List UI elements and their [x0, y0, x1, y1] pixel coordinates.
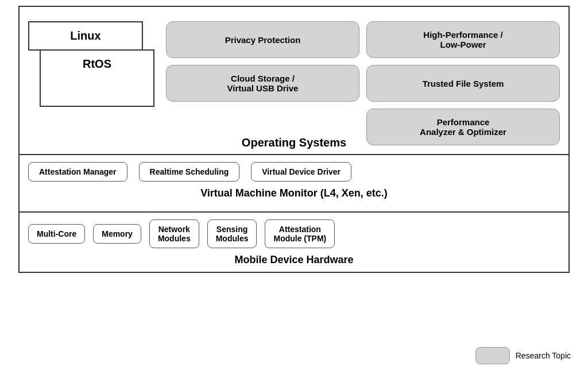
vmm-layer-label: Virtual Machine Monitor (L4, Xen, etc.) [28, 187, 560, 199]
privacy-protection-box: Privacy Protection [166, 21, 359, 58]
attestation-manager-box: Attestation Manager [28, 162, 127, 182]
hw-layer: Multi-Core Memory NetworkModules Sensing… [18, 213, 570, 273]
os-boxes: Linux RtOS [28, 21, 154, 107]
sensing-modules-box: SensingModules [207, 219, 257, 248]
rtos-box: RtOS [40, 49, 154, 107]
realtime-scheduling-box: Realtime Scheduling [139, 162, 240, 182]
rtos-label: RtOS [83, 57, 111, 70]
network-modules-box: NetworkModules [149, 219, 199, 248]
attestation-tpm-box: AttestationModule (TPM) [265, 219, 335, 248]
os-layer-label: Operating Systems [242, 136, 346, 149]
virtual-device-driver-box: Virtual Device Driver [251, 162, 351, 182]
linux-label: Linux [70, 29, 100, 42]
legend: Research Topic [475, 347, 571, 364]
high-perf-box: High-Performance /Low-Power [366, 21, 560, 58]
hw-modules-row: Multi-Core Memory NetworkModules Sensing… [28, 219, 560, 248]
vmm-modules-row: Attestation Manager Realtime Scheduling … [28, 162, 560, 182]
os-modules-grid: Privacy Protection High-Performance /Low… [166, 21, 560, 145]
legend-box [475, 347, 510, 364]
multi-core-box: Multi-Core [28, 224, 85, 244]
os-layer: Linux RtOS Privacy Protection High-Perfo… [18, 6, 570, 155]
hw-layer-label: Mobile Device Hardware [28, 254, 560, 266]
perf-analyzer-box: PerformanceAnalyzer & Optimizer [366, 109, 560, 145]
linux-box: Linux [28, 21, 143, 51]
cloud-storage-box: Cloud Storage /Virtual USB Drive [166, 65, 359, 102]
main-container: Linux RtOS Privacy Protection High-Perfo… [18, 6, 570, 273]
legend-label: Research Topic [516, 351, 571, 360]
trusted-fs-box: Trusted File System [366, 65, 560, 102]
memory-box: Memory [93, 224, 141, 244]
vmm-layer: Attestation Manager Realtime Scheduling … [18, 155, 570, 213]
